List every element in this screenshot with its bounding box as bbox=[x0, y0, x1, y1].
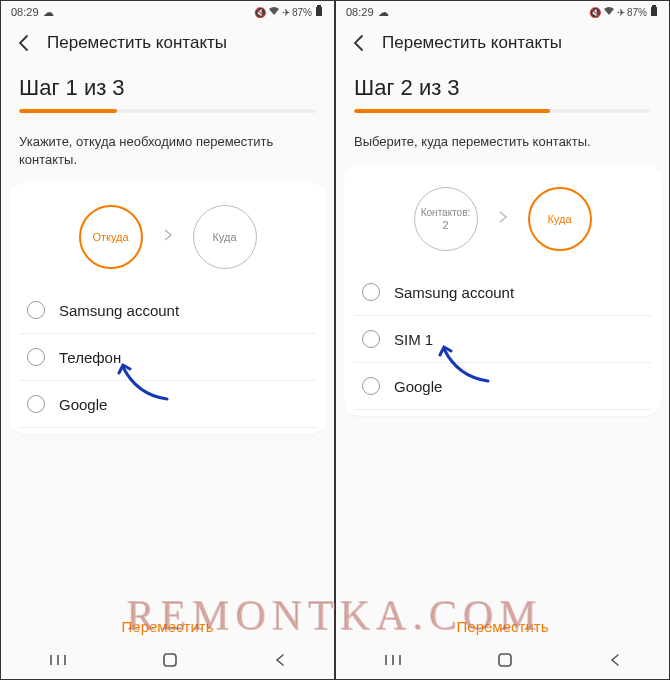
radio-icon bbox=[362, 330, 380, 348]
option-google[interactable]: Google bbox=[354, 363, 651, 410]
back-icon[interactable] bbox=[350, 34, 368, 52]
option-samsung-account[interactable]: Samsung account bbox=[19, 287, 316, 334]
svg-rect-0 bbox=[316, 7, 322, 16]
radio-icon bbox=[27, 395, 45, 413]
svg-rect-1 bbox=[317, 5, 321, 7]
move-button[interactable]: Переместить bbox=[336, 604, 669, 645]
recents-icon[interactable] bbox=[49, 653, 67, 671]
to-circle: Куда bbox=[528, 187, 592, 251]
progress-bar bbox=[354, 109, 651, 113]
svg-rect-11 bbox=[499, 654, 511, 666]
to-circle: Куда bbox=[193, 205, 257, 269]
option-list: Samsung account SIM 1 Google bbox=[344, 269, 661, 410]
radio-icon bbox=[27, 301, 45, 319]
option-label: Samsung account bbox=[394, 284, 514, 301]
screen-step-1: 08:29 ☁ 🔇 ✈ 87% Переместить контакты Шаг… bbox=[0, 0, 335, 680]
step-label: Шаг 1 из 3 bbox=[19, 75, 316, 101]
radio-icon bbox=[362, 283, 380, 301]
option-label: Телефон bbox=[59, 349, 121, 366]
svg-rect-7 bbox=[652, 5, 656, 7]
step-area: Шаг 1 из 3 bbox=[1, 65, 334, 123]
nav-bar bbox=[336, 645, 669, 679]
battery-text: 87% bbox=[292, 7, 312, 18]
option-samsung-account[interactable]: Samsung account bbox=[354, 269, 651, 316]
weather-icon: ☁ bbox=[43, 6, 54, 19]
screen-step-2: 08:29 ☁ 🔇 ✈ 87% Переместить контакты Шаг… bbox=[335, 0, 670, 680]
flow-row: Контактов: 2 Куда bbox=[344, 165, 661, 269]
home-icon[interactable] bbox=[162, 652, 178, 672]
svg-rect-6 bbox=[651, 7, 657, 16]
battery-icon bbox=[314, 5, 324, 19]
radio-icon bbox=[27, 348, 45, 366]
instruction-text: Выберите, куда переместить контакты. bbox=[336, 123, 669, 165]
title-bar: Переместить контакты bbox=[336, 23, 669, 65]
page-title: Переместить контакты bbox=[47, 33, 227, 53]
option-label: Google bbox=[394, 378, 442, 395]
status-bar: 08:29 ☁ 🔇 ✈ 87% bbox=[1, 1, 334, 23]
page-title: Переместить контакты bbox=[382, 33, 562, 53]
progress-bar bbox=[19, 109, 316, 113]
step-area: Шаг 2 из 3 bbox=[336, 65, 669, 123]
status-time: 08:29 bbox=[346, 6, 374, 18]
radio-icon bbox=[362, 377, 380, 395]
airplane-icon: ✈ bbox=[282, 7, 290, 18]
step-label: Шаг 2 из 3 bbox=[354, 75, 651, 101]
option-sim-1[interactable]: SIM 1 bbox=[354, 316, 651, 363]
from-circle: Контактов: 2 bbox=[414, 187, 478, 251]
title-bar: Переместить контакты bbox=[1, 23, 334, 65]
recents-icon[interactable] bbox=[384, 653, 402, 671]
svg-rect-5 bbox=[164, 654, 176, 666]
option-list: Samsung account Телефон Google bbox=[9, 287, 326, 428]
option-google[interactable]: Google bbox=[19, 381, 316, 428]
option-label: SIM 1 bbox=[394, 331, 433, 348]
weather-icon: ☁ bbox=[378, 6, 389, 19]
status-time: 08:29 bbox=[11, 6, 39, 18]
nav-bar bbox=[1, 645, 334, 679]
instruction-text: Укажите, откуда необходимо переместить к… bbox=[1, 123, 334, 183]
flow-row: Откуда Куда bbox=[9, 183, 326, 287]
status-bar: 08:29 ☁ 🔇 ✈ 87% bbox=[336, 1, 669, 23]
home-icon[interactable] bbox=[497, 652, 513, 672]
chevron-right-icon bbox=[161, 228, 175, 246]
option-phone[interactable]: Телефон bbox=[19, 334, 316, 381]
from-circle: Откуда bbox=[79, 205, 143, 269]
option-label: Google bbox=[59, 396, 107, 413]
airplane-icon: ✈ bbox=[617, 7, 625, 18]
option-label: Samsung account bbox=[59, 302, 179, 319]
battery-icon bbox=[649, 5, 659, 19]
selection-card: Контактов: 2 Куда Samsung account SIM 1 … bbox=[344, 165, 661, 416]
wifi-icon bbox=[268, 6, 280, 18]
selection-card: Откуда Куда Samsung account Телефон Goog… bbox=[9, 183, 326, 434]
back-icon[interactable] bbox=[15, 34, 33, 52]
move-button[interactable]: Переместить bbox=[1, 604, 334, 645]
mute-icon: 🔇 bbox=[589, 7, 601, 18]
mute-icon: 🔇 bbox=[254, 7, 266, 18]
back-nav-icon[interactable] bbox=[273, 653, 287, 671]
wifi-icon bbox=[603, 6, 615, 18]
battery-text: 87% bbox=[627, 7, 647, 18]
back-nav-icon[interactable] bbox=[608, 653, 622, 671]
chevron-right-icon bbox=[496, 210, 510, 228]
